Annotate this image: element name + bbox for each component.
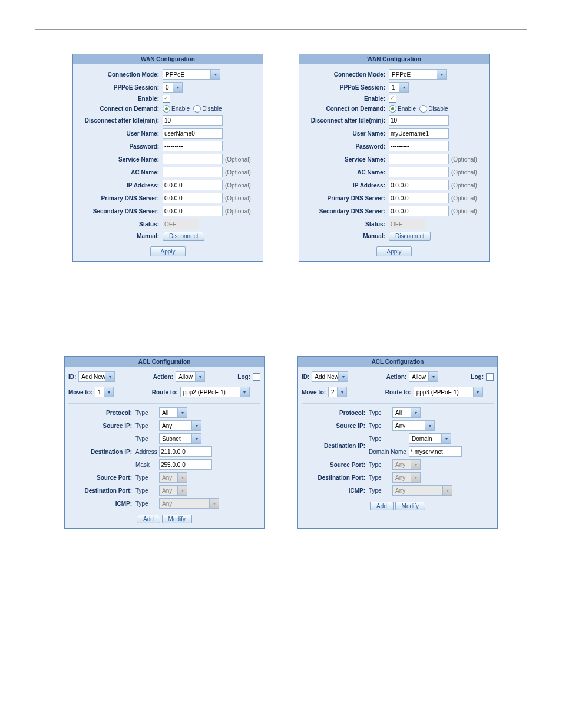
enable-checkbox[interactable]: [163, 95, 170, 103]
ip-input[interactable]: [389, 180, 449, 190]
chevron-down-icon: ▾: [195, 372, 204, 381]
sdns-input[interactable]: [389, 206, 449, 216]
optional-label: (Optional): [225, 195, 251, 202]
label-id: ID:: [68, 374, 76, 380]
id-select[interactable]: Add New▾: [78, 371, 115, 382]
label-srcip: Source IP:: [68, 423, 135, 429]
chevron-down-icon: ▾: [425, 421, 434, 430]
label-cod: Connect on Demand:: [77, 106, 163, 112]
label-action: Action:: [153, 374, 173, 380]
dst-address-input[interactable]: [159, 446, 212, 457]
disconnect-button[interactable]: Disconnect: [163, 232, 204, 241]
add-button[interactable]: Add: [370, 502, 394, 510]
cod-disable-radio[interactable]: [193, 105, 201, 113]
conn-mode-select[interactable]: PPPoE▾: [163, 69, 220, 80]
username-input[interactable]: [163, 128, 223, 139]
log-checkbox[interactable]: [253, 373, 260, 381]
idle-input[interactable]: [163, 115, 223, 126]
optional-label: (Optional): [225, 156, 251, 163]
srcip-type-select[interactable]: Any▾: [392, 420, 435, 431]
chevron-down-icon: ▾: [104, 387, 113, 397]
label-username: User Name:: [77, 130, 163, 137]
label-pppoe-session: PPPoE Session:: [77, 84, 163, 91]
label-conn-mode: Connection Mode:: [77, 71, 163, 78]
id-select[interactable]: Add New▾: [312, 371, 348, 382]
cod-disable-radio[interactable]: [419, 105, 427, 113]
pppoe-session-select[interactable]: 1▾: [389, 82, 409, 93]
label-service-name: Service Name:: [77, 156, 163, 163]
label-ip: IP Address:: [77, 182, 163, 189]
cod-enable-radio[interactable]: [163, 105, 170, 113]
action-select[interactable]: Allow▾: [176, 371, 205, 382]
dst-mask-input[interactable]: [159, 459, 212, 470]
modify-button[interactable]: Modify: [162, 515, 192, 523]
label-log: Log:: [237, 374, 250, 380]
add-button[interactable]: Add: [137, 515, 160, 523]
ip-input[interactable]: [163, 180, 223, 190]
apply-button[interactable]: Apply: [376, 246, 411, 256]
chevron-down-icon: ▾: [411, 473, 420, 482]
cod-enable-label: Enable: [171, 106, 190, 112]
cod-enable-radio[interactable]: [389, 105, 396, 113]
srcip-type-select[interactable]: Any▾: [159, 420, 201, 431]
modify-button[interactable]: Modify: [395, 502, 425, 510]
dstip-type-select[interactable]: Subnet▾: [159, 433, 201, 444]
label-enable: Enable:: [77, 95, 163, 102]
dst-domain-input[interactable]: [409, 446, 462, 457]
ac-name-input[interactable]: [163, 167, 223, 177]
label-idle: Disconnect after Idle(min):: [77, 117, 163, 124]
label-dstip: Destination IP:: [68, 449, 135, 455]
label-manual: Manual:: [77, 233, 163, 239]
moveto-select[interactable]: 2▾: [328, 387, 347, 397]
action-select[interactable]: Allow▾: [409, 371, 438, 382]
label-routeto: Route to:: [152, 389, 178, 396]
panel-title: ACL Configuration: [65, 357, 264, 367]
wan-config-panel-0: WAN Configuration Connection Mode: PPPoE…: [72, 54, 263, 262]
dstport-type-select: Any▾: [159, 485, 187, 496]
service-name-input[interactable]: [389, 154, 449, 164]
chevron-down-icon: ▾: [437, 70, 446, 79]
srcport-type-select: Any▾: [392, 459, 421, 470]
label-icmp: ICMP:: [68, 500, 135, 507]
chevron-down-icon: ▾: [173, 83, 182, 92]
chevron-down-icon: ▾: [177, 486, 187, 495]
routeto-select[interactable]: ppp2 (PPPoE 1)▾: [180, 387, 250, 397]
disconnect-button[interactable]: Disconnect: [389, 232, 431, 241]
pppoe-session-select[interactable]: 0▾: [163, 82, 183, 93]
password-input[interactable]: [163, 141, 223, 151]
label-ac-name: AC Name:: [77, 169, 163, 176]
pdns-input[interactable]: [389, 193, 449, 203]
service-name-input[interactable]: [163, 154, 223, 164]
chevron-down-icon: ▾: [191, 434, 201, 443]
apply-button[interactable]: Apply: [150, 246, 185, 256]
srcport-type-select: Any▾: [159, 472, 187, 483]
chevron-down-icon: ▾: [411, 408, 420, 417]
chevron-down-icon: ▾: [209, 499, 219, 508]
sdns-input[interactable]: [163, 206, 223, 216]
idle-input[interactable]: [389, 115, 449, 126]
panel-title: WAN Configuration: [73, 54, 263, 64]
optional-label: (Optional): [225, 208, 251, 215]
chevron-down-icon: ▾: [399, 83, 408, 92]
icmp-type-select: Any▾: [159, 498, 219, 509]
label-dstport: Destination Port:: [68, 487, 135, 494]
conn-mode-select[interactable]: PPPoE▾: [389, 69, 447, 80]
ac-name-input[interactable]: [389, 167, 449, 177]
panel-title: ACL Configuration: [298, 357, 497, 367]
routeto-select[interactable]: ppp3 (PPPoE 1)▾: [414, 387, 483, 397]
protocol-type-select[interactable]: All▾: [159, 407, 187, 418]
chevron-down-icon: ▾: [338, 372, 348, 381]
chevron-down-icon: ▾: [210, 70, 220, 79]
status-display: [163, 219, 199, 229]
username-input[interactable]: [389, 128, 449, 139]
pdns-input[interactable]: [163, 193, 223, 203]
acl-config-panel-0: ACL Configuration ID: Add New▾ Action: A…: [64, 356, 265, 529]
log-checkbox[interactable]: [486, 373, 494, 381]
moveto-select[interactable]: 1▾: [95, 387, 114, 397]
enable-checkbox[interactable]: [389, 95, 396, 103]
acl-config-panel-1: ACL Configuration ID: Add New▾ Action: A…: [297, 356, 498, 529]
label-status: Status:: [77, 221, 163, 228]
dstip-type-select[interactable]: Domain▾: [409, 433, 451, 444]
protocol-type-select[interactable]: All▾: [392, 407, 421, 418]
password-input[interactable]: [389, 141, 449, 151]
